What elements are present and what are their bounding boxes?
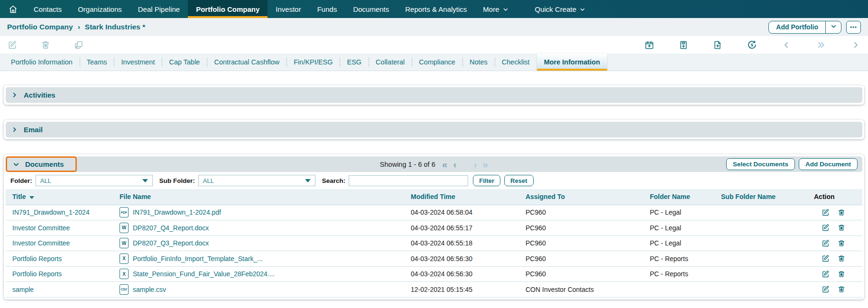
tab-compliance[interactable]: Compliance <box>412 54 462 71</box>
edit-document-icon[interactable] <box>822 254 830 263</box>
nav-item-label: Deal Pipeline <box>138 5 180 13</box>
document-file-name: sample.csv <box>133 286 166 293</box>
document-file-link[interactable]: WDP8207_Q4_Report.docx <box>120 223 411 233</box>
column-header-file-name[interactable]: File Name <box>120 189 411 205</box>
delete-document-icon[interactable] <box>838 208 845 217</box>
first-page-icon[interactable]: « <box>442 159 448 169</box>
file-type-pdf-icon: PDF <box>120 207 129 217</box>
nav-item-contacts[interactable]: Contacts <box>26 0 70 18</box>
tab-label: Fin/KPI/ESG <box>294 58 332 66</box>
cell-assigned-to: PC960 <box>526 236 650 251</box>
tab-cap-table[interactable]: Cap Table <box>162 54 207 71</box>
cell-modified-time-value: 12-02-2021 05:15:45 <box>411 286 472 293</box>
delete-document-icon[interactable] <box>838 254 845 263</box>
column-header-sub-folder-name[interactable]: Sub Folder Name <box>721 189 814 205</box>
nav-item-reports-analytics[interactable]: Reports & Analytics <box>397 0 475 18</box>
tab-teams[interactable]: Teams <box>80 54 114 71</box>
sort-descending-icon[interactable] <box>29 196 34 199</box>
document-file-link[interactable]: XPortfolio_FinInfo_Import_Template_Stark… <box>120 254 411 264</box>
cell-sub-folder-name <box>721 251 814 267</box>
tab-fin-kpi-esg[interactable]: Fin/KPI/ESG <box>286 54 340 71</box>
edit-document-icon[interactable] <box>822 208 830 217</box>
document-file-link[interactable]: CSVsample.csv <box>120 284 411 295</box>
chevron-right-icon[interactable] <box>851 40 860 50</box>
delete-document-icon[interactable] <box>838 285 845 293</box>
column-header-folder-name[interactable]: Folder Name <box>650 189 721 205</box>
register-add-icon[interactable] <box>679 40 688 50</box>
cell-action <box>814 205 862 220</box>
cell-assigned-to: PC960 <box>526 251 650 267</box>
home-icon[interactable] <box>0 0 26 18</box>
double-chevron-right-icon[interactable] <box>816 40 826 50</box>
tab-collateral[interactable]: Collateral <box>369 54 412 71</box>
edit-document-icon[interactable] <box>822 285 830 293</box>
column-header-label: Modified Time <box>411 193 455 200</box>
folder-filter-dropdown[interactable]: ALL <box>36 175 153 186</box>
document-title-link[interactable]: sample <box>12 286 34 293</box>
document-title-link[interactable]: Portfolio Reports <box>12 270 62 278</box>
edit-document-icon[interactable] <box>822 224 830 232</box>
tab-portfolio-information[interactable]: Portfolio Information <box>4 54 80 71</box>
filter-button[interactable]: Filter <box>473 175 500 186</box>
nav-item-funds[interactable]: Funds <box>309 0 345 18</box>
nav-item-investor[interactable]: Investor <box>268 0 309 18</box>
tab-esg[interactable]: ESG <box>340 54 369 71</box>
breadcrumb-parent[interactable]: Portfolio Company <box>7 23 73 31</box>
email-section-header[interactable]: Email <box>6 122 862 137</box>
reset-button[interactable]: Reset <box>504 175 533 186</box>
delete-document-icon[interactable] <box>838 270 845 278</box>
delete-document-icon[interactable] <box>838 224 845 232</box>
document-title-link[interactable]: IN791_Drawdown_1-2024 <box>12 208 90 216</box>
document-file-link[interactable]: XState_Pension_Fund_Fair_Value_28Feb2024… <box>120 269 411 279</box>
document-file-link[interactable]: PDFIN791_Drawdown_1-2024.pdf <box>120 207 411 217</box>
subfolder-filter-dropdown[interactable]: ALL <box>198 175 315 186</box>
column-header-action[interactable]: Action <box>814 189 862 205</box>
tab-more-information[interactable]: More Information <box>537 54 607 71</box>
documents-section-toggle[interactable]: Documents <box>6 156 77 172</box>
cell-action <box>814 282 862 298</box>
column-header-assigned-to[interactable]: Assigned To <box>526 189 650 205</box>
file-add-icon[interactable] <box>713 40 722 50</box>
delete-icon[interactable] <box>41 40 50 50</box>
chevron-left-icon[interactable] <box>782 40 791 50</box>
chevron-right-icon <box>11 127 18 133</box>
add-document-button[interactable]: Add Document <box>799 158 858 170</box>
file-type-xlsx-icon: X <box>120 254 129 264</box>
column-header-modified-time[interactable]: Modified Time <box>411 189 526 205</box>
nav-item-quick-create[interactable]: Quick Create <box>527 0 594 18</box>
previous-page-icon[interactable]: ‹ <box>453 159 456 169</box>
add-portfolio-dropdown-button[interactable] <box>825 21 841 33</box>
calendar-add-icon[interactable] <box>645 40 654 50</box>
document-title-link[interactable]: Portfolio Reports <box>12 255 62 263</box>
nav-item-organizations[interactable]: Organizations <box>70 0 130 18</box>
search-input[interactable] <box>349 175 468 186</box>
delete-document-icon[interactable] <box>838 239 845 247</box>
tab-checklist[interactable]: Checklist <box>495 54 537 71</box>
column-header-title[interactable]: Title <box>6 189 120 205</box>
add-portfolio-button[interactable]: Add Portfolio <box>769 21 825 33</box>
cell-file-name: XState_Pension_Fund_Fair_Value_28Feb2024… <box>120 266 411 282</box>
documents-table-body: IN791_Drawdown_1-2024PDFIN791_Drawdown_1… <box>6 205 862 297</box>
tab-notes[interactable]: Notes <box>462 54 495 71</box>
subfolder-filter-label: Sub Folder: <box>159 177 195 184</box>
duplicate-icon[interactable] <box>74 40 83 50</box>
document-title-link[interactable]: Investor Committee <box>12 224 70 232</box>
nav-item-deal-pipeline[interactable]: Deal Pipeline <box>130 0 188 18</box>
nav-item-more[interactable]: More <box>475 0 516 18</box>
last-page-icon[interactable]: » <box>482 159 488 169</box>
next-page-icon[interactable]: › <box>473 159 477 169</box>
edit-document-icon[interactable] <box>822 239 830 247</box>
tab-contractual-cashflow[interactable]: Contractual Cashflow <box>207 54 286 71</box>
edit-icon[interactable] <box>8 40 17 50</box>
tab-investment[interactable]: Investment <box>114 54 162 71</box>
currency-refresh-icon[interactable]: $ <box>747 40 757 50</box>
document-file-link[interactable]: WDP8207_Q3_Report.docx <box>120 238 411 248</box>
document-title-link[interactable]: Investor Committee <box>12 239 70 247</box>
select-documents-button[interactable]: Select Documents <box>726 158 795 170</box>
activities-section-header[interactable]: Activities <box>6 87 862 103</box>
nav-item-documents[interactable]: Documents <box>345 0 397 18</box>
nav-item-label: Organizations <box>78 5 122 13</box>
nav-item-portfolio-company[interactable]: Portfolio Company <box>188 0 268 18</box>
more-actions-button[interactable]: ••• <box>846 21 861 34</box>
edit-document-icon[interactable] <box>822 270 830 278</box>
